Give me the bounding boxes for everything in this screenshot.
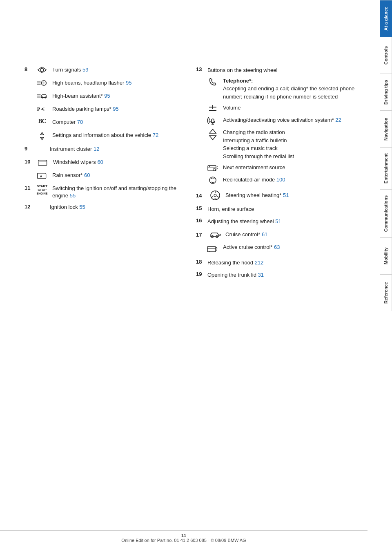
item-number-14: 14 xyxy=(196,192,205,199)
item-13-recirculated-ref[interactable]: 100 xyxy=(276,177,285,183)
item-9: 9 Instrument cluster 12 xyxy=(24,145,180,155)
item-18: 18 Releasing the hood 212 xyxy=(196,258,363,267)
item-8c-ref[interactable]: 95 xyxy=(104,93,110,99)
tab-mobility[interactable]: Mobility xyxy=(380,237,392,274)
item-17a-text: Cruise control* 61 xyxy=(225,230,363,239)
item-19: 19 Opening the trunk lid 31 xyxy=(196,270,363,279)
volume-icon xyxy=(205,104,220,113)
item-10b: A Rain sensor* 60 xyxy=(24,171,180,181)
item-12: 12 Ignition lock 55 xyxy=(24,203,180,213)
item-16-ref[interactable]: 51 xyxy=(275,218,281,224)
item-8e: BC Computer 70 xyxy=(24,118,180,128)
item-number-19: 19 xyxy=(196,270,205,277)
item-8a-ref[interactable]: 59 xyxy=(82,67,88,73)
item-13-volume-text: Volume xyxy=(223,104,363,112)
item-13-volume: Volume xyxy=(196,104,363,113)
item-17a-ref[interactable]: 61 xyxy=(262,231,267,237)
item-19-ref[interactable]: 31 xyxy=(258,272,264,278)
item-number-18: 18 xyxy=(196,258,205,265)
item-13-entertainment-text: Next entertainment source xyxy=(223,163,363,172)
svg-line-38 xyxy=(211,196,213,198)
right-column: 13 Buttons on the steering wheel Telepho… xyxy=(196,65,363,282)
sidebar-tabs: At a glance Controls Driving tips Naviga… xyxy=(380,0,392,555)
item-13-voice-ref[interactable]: 22 xyxy=(335,117,341,123)
item-number-12: 12 xyxy=(24,203,33,210)
svg-rect-24 xyxy=(212,119,214,123)
tab-driving-tips[interactable]: Driving tips xyxy=(380,74,392,110)
item-10-label: 10 Windshield wipers 60 xyxy=(24,158,180,168)
item-14-text: Steering wheel heating* 51 xyxy=(225,190,363,199)
item-13-voice: Activating/deactivating voice activation… xyxy=(196,116,363,125)
item-8b-ref[interactable]: 95 xyxy=(126,80,131,86)
item-19-text: Opening the trunk lid 31 xyxy=(207,270,363,279)
item-13-recirculated: Recirculated-air mode 100 xyxy=(196,176,363,185)
bc-icon: BC xyxy=(34,118,50,125)
page-number: 11 xyxy=(181,533,186,538)
recirculated-air-icon xyxy=(205,176,220,185)
item-14-ref[interactable]: 51 xyxy=(283,192,289,198)
item-14: 14 xyxy=(196,189,363,201)
svg-point-40 xyxy=(214,194,216,197)
item-13-radio-text: Changing the radio station Interrupting … xyxy=(223,128,363,160)
item-number-16: 16 xyxy=(196,217,205,224)
item-8f-ref[interactable]: 72 xyxy=(153,132,158,138)
item-13-header: 13 Buttons on the steering wheel xyxy=(196,65,363,74)
item-8d-text: Roadside parking lamps* 95 xyxy=(52,105,180,113)
svg-rect-17 xyxy=(38,160,47,166)
windshield-wiper-icon xyxy=(35,158,51,167)
rain-sensor-icon: A xyxy=(34,171,50,180)
svg-point-31 xyxy=(209,166,210,167)
svg-text:A: A xyxy=(40,175,42,178)
item-12-ref[interactable]: 55 xyxy=(79,204,85,210)
item-13-voice-text: Activating/deactivating voice activation… xyxy=(223,116,363,124)
svg-rect-29 xyxy=(208,166,216,171)
tab-reference[interactable]: Reference xyxy=(380,274,392,311)
svg-text:P: P xyxy=(37,106,40,112)
item-13-heading: Buttons on the steering wheel xyxy=(207,65,363,74)
item-9-ref[interactable]: 12 xyxy=(94,146,99,152)
item-11-text: Switching the ignition on/off and starti… xyxy=(52,184,180,199)
tab-communications[interactable]: Communications xyxy=(380,189,392,237)
turn-signal-icon xyxy=(34,65,50,74)
item-16-text: Adjusting the steering wheel 51 xyxy=(207,217,363,226)
entertainment-source-icon xyxy=(205,163,220,172)
main-content: 8 Turn signals 59 xyxy=(0,0,380,555)
item-8a: 8 Turn signals 59 xyxy=(24,65,180,76)
item-9-text: Instrument cluster 12 xyxy=(34,145,180,153)
item-8f-text: Settings and information about the vehic… xyxy=(52,131,180,139)
item-number-13: 13 xyxy=(196,65,205,72)
item-17b-ref[interactable]: 63 xyxy=(274,244,280,250)
tab-at-a-glance[interactable]: At a glance xyxy=(380,0,392,37)
item-17b: Active cruise control* 63 xyxy=(196,243,363,254)
item-11-ref[interactable]: 55 xyxy=(70,192,76,199)
item-18-text: Releasing the hood 212 xyxy=(207,258,363,267)
tab-navigation[interactable]: Navigation xyxy=(380,110,392,147)
svg-marker-16 xyxy=(40,137,44,140)
item-10a-ref[interactable]: 60 xyxy=(97,159,103,165)
svg-rect-43 xyxy=(207,246,216,252)
svg-marker-28 xyxy=(209,136,216,140)
svg-point-32 xyxy=(213,168,216,171)
item-18-ref[interactable]: 212 xyxy=(255,260,264,266)
item-13-entertainment: Next entertainment source xyxy=(196,163,363,172)
item-8d-ref[interactable]: 95 xyxy=(113,106,118,112)
svg-marker-15 xyxy=(40,132,44,135)
item-10b-ref[interactable]: 60 xyxy=(84,172,90,178)
item-16: 16 Adjusting the steering wheel 51 xyxy=(196,217,363,226)
item-8e-ref[interactable]: 70 xyxy=(77,119,83,125)
item-15: 15 Horn, entire surface xyxy=(196,204,363,213)
item-8e-text: Computer 70 xyxy=(52,118,180,126)
item-10b-text: Rain sensor* 60 xyxy=(52,171,180,179)
high-beam-flasher-icon xyxy=(34,78,50,87)
item-8a-text: Turn signals 59 xyxy=(52,65,180,74)
tab-entertainment[interactable]: Entertainment xyxy=(380,147,392,189)
item-number-15: 15 xyxy=(196,204,205,211)
item-12-text: Ignition lock 55 xyxy=(34,203,180,211)
cruise-control-icon xyxy=(207,228,223,240)
svg-line-39 xyxy=(217,196,219,198)
settings-icon xyxy=(34,131,50,141)
item-10a-text: Windshield wipers 60 xyxy=(53,158,180,166)
tab-controls[interactable]: Controls xyxy=(380,37,392,74)
item-15-text: Horn, entire surface xyxy=(207,204,363,213)
item-8c: High-beam assistant* 95 xyxy=(24,92,180,102)
